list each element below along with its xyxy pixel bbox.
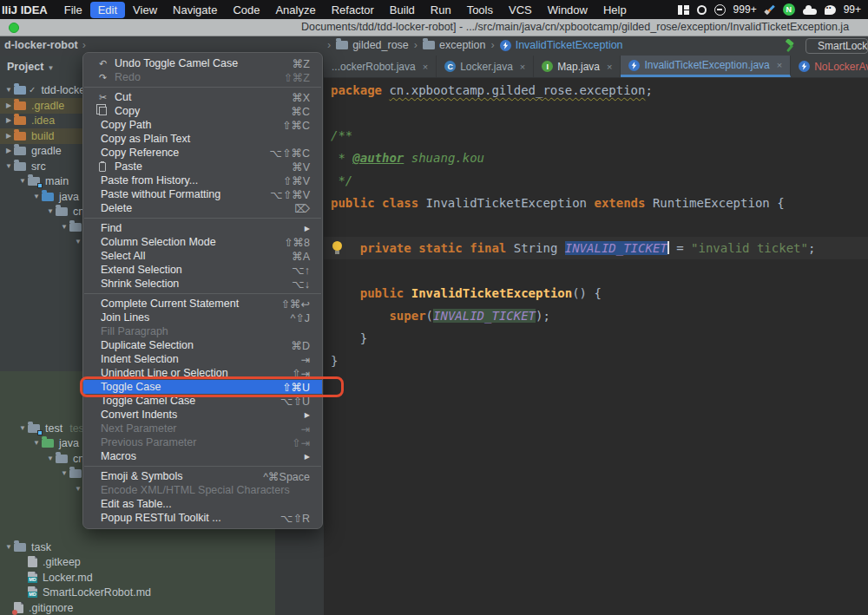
expand-arrow-icon[interactable]: ▼	[31, 193, 42, 200]
build-hammer-icon[interactable]	[783, 39, 797, 53]
menu-item-macros[interactable]: Macros▶	[83, 449, 322, 463]
collapse-arrow-icon[interactable]: ▶	[3, 116, 14, 124]
tree-item-gitignore[interactable]: .gitignore	[0, 600, 275, 615]
code-line-10[interactable]: public InvalidTicketException() {	[324, 282, 868, 304]
code-line-7[interactable]	[324, 214, 868, 237]
code-line-11[interactable]: super(INVALID_TICKET);	[324, 304, 868, 327]
window-titlebar[interactable]: Documents/tdd/tdd-locker-robot] - .../sr…	[0, 19, 868, 36]
menu-item-paste[interactable]: Paste⌘V	[83, 160, 322, 173]
tab-label: ...ockerRobot.java	[332, 61, 416, 73]
menubar-item-window[interactable]: Window	[540, 2, 595, 18]
menu-item-paste-from-history[interactable]: Paste from History...⇧⌘V	[83, 173, 322, 187]
menu-item-extend-selection[interactable]: Extend Selection⌥↑	[83, 263, 322, 277]
menubar-item-tools[interactable]: Tools	[459, 2, 501, 18]
menu-item-find[interactable]: Find▶	[83, 221, 322, 235]
menu-item-copy[interactable]: Copy⌘C	[83, 104, 322, 118]
nav-project-crumb[interactable]: d-locker-robot›	[4, 39, 86, 51]
menu-item-cut[interactable]: ✂Cut⌘X	[83, 90, 322, 104]
tree-item-locker-md[interactable]: Locker.md	[0, 570, 275, 586]
code-line-13[interactable]: }	[324, 350, 868, 372]
code-line-2[interactable]	[324, 101, 868, 124]
menu-item-select-all[interactable]: Select All⌘A	[83, 249, 322, 263]
tab-invalidticketexception-java[interactable]: InvalidTicketException.java×	[621, 56, 791, 77]
menubar-item-edit[interactable]: Edit	[90, 2, 125, 18]
menu-item-undo-toggle-camel-case[interactable]: ↶Undo Toggle Camel Case⌘Z	[83, 56, 322, 70]
menu-item-copy-as-plain-text[interactable]: Copy as Plain Text	[83, 132, 322, 146]
expand-arrow-icon[interactable]: ▼	[17, 177, 28, 185]
run-configuration-button[interactable]: SmartLock	[806, 38, 868, 54]
menu-item-shrink-selection[interactable]: Shrink Selection⌥↓	[83, 277, 322, 291]
code-line-8[interactable]: private static final String INVALID_TICK…	[324, 237, 868, 259]
menubar-item-analyze[interactable]: Analyze	[267, 2, 323, 18]
collapse-arrow-icon[interactable]: ▶	[3, 132, 14, 140]
intention-lightbulb-icon[interactable]	[332, 241, 342, 254]
menubar-item-vcs[interactable]: VCS	[501, 2, 540, 18]
menu-item-convert-indents[interactable]: Convert Indents▶	[83, 408, 322, 422]
expand-arrow-icon[interactable]: ▼	[3, 162, 14, 170]
close-icon[interactable]: ×	[774, 60, 782, 70]
menu-item-popup-restful-toolkit[interactable]: Popup RESTful Toolkit ...⌥⇧R	[83, 511, 322, 525]
menubar-item-help[interactable]: Help	[595, 2, 635, 18]
menu-item-indent-selection[interactable]: Indent Selection⇥	[83, 352, 322, 366]
expand-arrow-icon[interactable]: ▼	[3, 543, 14, 551]
code-line-1[interactable]: package cn.xpbootcamp.gilded_rose.except…	[324, 79, 868, 101]
expand-arrow-icon[interactable]: ▼	[59, 469, 69, 477]
code-line-4[interactable]: * @author shuang.kou	[324, 147, 868, 169]
breadcrumb-exception[interactable]: exception	[423, 39, 486, 51]
tab-locker-java[interactable]: CLocker.java×	[437, 56, 534, 77]
expand-arrow-icon[interactable]: ▼	[3, 86, 14, 94]
tab-ockerrobot-java[interactable]: ...ockerRobot.java×	[324, 56, 437, 77]
menu-item-delete[interactable]: Delete⌦	[83, 201, 322, 215]
menu-item-copy-path[interactable]: Copy Path⇧⌘C	[83, 118, 322, 132]
menu-item-toggle-case[interactable]: Toggle Case⇧⌘U	[83, 380, 322, 394]
menubar-item-view[interactable]: View	[125, 2, 165, 18]
menu-item-column-selection-mode[interactable]: Column Selection Mode⇧⌘8	[83, 235, 322, 249]
cloud-icon[interactable]	[803, 9, 817, 15]
menu-item-paste-without-formatting[interactable]: Paste without Formatting⌥⇧⌘V	[83, 187, 322, 201]
menubar-item-refactor[interactable]: Refactor	[324, 2, 382, 18]
expand-arrow-icon[interactable]: ▼	[45, 207, 56, 215]
breadcrumb-gilded-rose[interactable]: gilded_rose	[336, 39, 409, 51]
traffic-light-green[interactable]	[9, 23, 19, 33]
close-icon[interactable]: ×	[604, 62, 612, 72]
menu-item-duplicate-selection[interactable]: Duplicate Selection⌘D	[83, 338, 322, 352]
menu-item-toggle-camel-case[interactable]: Toggle Camel Case⌥⇧U	[83, 394, 322, 408]
clock-icon[interactable]	[714, 4, 726, 16]
code-viewport[interactable]: package cn.xpbootcamp.gilded_rose.except…	[324, 78, 868, 615]
expand-arrow-icon[interactable]: ▼	[59, 223, 69, 231]
menubar-item-navigate[interactable]: Navigate	[165, 2, 225, 18]
menubar-item-build[interactable]: Build	[382, 2, 423, 18]
wrench-icon[interactable]	[765, 4, 775, 15]
chat-icon[interactable]	[825, 5, 836, 15]
menubar-item-file[interactable]: File	[56, 2, 90, 18]
menubar-item-run[interactable]: Run	[423, 2, 459, 18]
tree-item-gitkeep[interactable]: .gitkeep	[0, 554, 275, 570]
expand-arrow-icon[interactable]: ▼	[17, 424, 28, 432]
collapse-arrow-icon[interactable]: ▶	[3, 101, 14, 109]
menu-item-copy-reference[interactable]: Copy Reference⌥⇧⌘C	[83, 146, 322, 160]
code-line-12[interactable]: }	[324, 327, 868, 350]
tree-item-task[interactable]: ▼task	[0, 540, 275, 555]
menu-item-unindent-line-or-selection[interactable]: Unindent Line or Selection⇧⇥	[83, 366, 322, 380]
expand-arrow-icon[interactable]: ▼	[45, 455, 56, 462]
collapse-arrow-icon[interactable]: ▶	[3, 147, 14, 154]
window-manager-icon[interactable]	[678, 5, 689, 15]
expand-arrow-icon[interactable]: ▼	[31, 439, 42, 447]
close-icon[interactable]: ×	[420, 62, 428, 72]
menu-item-join-lines[interactable]: Join Lines^⇧J	[83, 311, 322, 324]
code-line-3[interactable]: /**	[324, 124, 868, 147]
ring-icon[interactable]	[697, 5, 707, 15]
close-icon[interactable]: ×	[517, 62, 525, 72]
menu-item-edit-as-table[interactable]: Edit as Table...	[83, 497, 322, 511]
code-line-9[interactable]	[324, 259, 868, 282]
menu-item-emoji-symbols[interactable]: Emoji & Symbols^⌘Space	[83, 469, 322, 483]
breadcrumb-invalidticketexception[interactable]: InvalidTicketException	[500, 39, 623, 51]
tab-map-java[interactable]: IMap.java×	[534, 56, 621, 77]
tree-item-smartlockerrobot-md[interactable]: SmartLockerRobot.md	[0, 585, 275, 600]
menubar-item-code[interactable]: Code	[225, 2, 267, 18]
menu-item-complete-current-statement[interactable]: Complete Current Statement⇧⌘↩	[83, 297, 322, 311]
code-line-5[interactable]: */	[324, 169, 868, 192]
code-line-6[interactable]: public class InvalidTicketException exte…	[324, 192, 868, 214]
tab-nolockeravailableexception[interactable]: NoLockerAvailableException.	[791, 56, 868, 77]
n-app-icon[interactable]: N	[783, 3, 795, 16]
